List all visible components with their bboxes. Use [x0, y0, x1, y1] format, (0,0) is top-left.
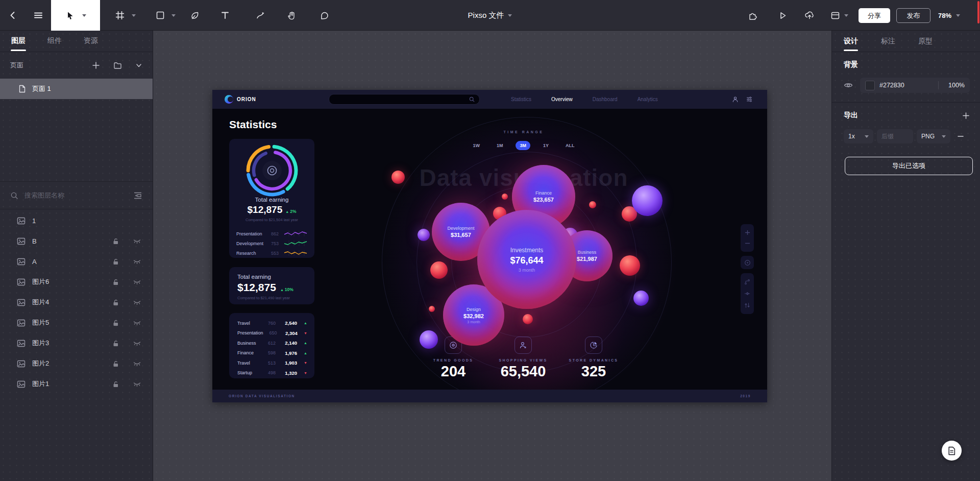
eye-closed-icon[interactable]	[133, 340, 141, 347]
export-format-select[interactable]: PNG	[917, 129, 950, 143]
background-section-title: 背景	[844, 60, 970, 69]
minus-icon	[745, 240, 750, 246]
image-layer-icon	[17, 278, 26, 286]
background-color-control[interactable]: #272830 100%	[860, 78, 970, 93]
category-table-card[interactable]: Travel 760 2,540 Presentation 650 2,304 …	[229, 313, 314, 378]
add-page-button[interactable]	[92, 61, 100, 69]
publish-button[interactable]: 发布	[896, 8, 930, 23]
design-frame[interactable]: ORION Statistics Overview Dashboard Anal…	[212, 90, 767, 402]
earning2-compare: Compared to $21,490 last year	[237, 296, 306, 300]
tab-layers[interactable]: 图层	[11, 36, 26, 46]
tab-design[interactable]: 设计	[844, 37, 858, 46]
plugins-button[interactable]	[746, 0, 759, 31]
tab-assets[interactable]: 资源	[84, 36, 98, 46]
layer-list: 1 B A 图片6	[0, 209, 153, 394]
export-scale-select[interactable]: 1x	[844, 129, 873, 143]
collapse-pages-button[interactable]	[135, 62, 142, 69]
tab-components[interactable]: 组件	[47, 36, 62, 46]
sparkline	[284, 250, 307, 256]
eye-closed-icon[interactable]	[133, 258, 141, 265]
time-tab-1w[interactable]: 1W	[469, 141, 484, 150]
unlock-icon[interactable]	[112, 340, 119, 347]
present-button[interactable]	[776, 0, 789, 31]
unlock-icon[interactable]	[112, 380, 119, 388]
remove-export-button[interactable]	[957, 133, 964, 140]
pages-label: 页面	[10, 61, 23, 70]
layer-row[interactable]: B	[0, 231, 153, 251]
image-layer-icon	[17, 360, 26, 368]
upload-button[interactable]	[803, 0, 816, 31]
kpi-value: 325	[550, 363, 637, 380]
decorative-sphere	[633, 291, 649, 306]
unlock-icon[interactable]	[112, 258, 119, 266]
eye-closed-icon[interactable]	[133, 380, 141, 388]
zoom-control[interactable]: 78%	[938, 0, 960, 31]
feedback-fab-button[interactable]	[942, 441, 962, 461]
decorative-sphere	[620, 255, 640, 276]
layer-row[interactable]: 图片4	[0, 292, 153, 312]
earning2-value: $12,875	[237, 281, 276, 294]
canvas[interactable]: ORION Statistics Overview Dashboard Anal…	[153, 31, 831, 481]
row-name: Travel	[237, 360, 261, 366]
layer-row[interactable]: 图片2	[0, 353, 153, 374]
layer-name: 图片3	[32, 339, 105, 348]
series-label: Presentation	[236, 231, 263, 236]
background-opacity-value[interactable]: 100%	[943, 82, 965, 89]
page-folder-button[interactable]	[113, 61, 122, 69]
time-tab-1y[interactable]: 1Y	[539, 141, 553, 150]
tab-annotate[interactable]: 标注	[881, 37, 895, 46]
cloud-upload-icon	[804, 10, 815, 20]
nav-dashboard: Dashboard	[593, 97, 618, 102]
trend-arrow-icon	[297, 341, 307, 345]
earning-card-2[interactable]: Total earning $12,875 10% Compared to $2…	[229, 267, 314, 304]
layer-row[interactable]: 图片6	[0, 272, 153, 292]
add-export-button[interactable]	[962, 112, 970, 119]
decorative-sphere	[589, 201, 596, 208]
unlock-icon[interactable]	[112, 278, 119, 286]
sparkline	[284, 230, 307, 237]
table-row: Finance 598 1,976	[237, 348, 307, 358]
search-icon	[469, 97, 475, 102]
export-settings-row: 1x PNG	[844, 129, 970, 143]
unlock-icon[interactable]	[112, 319, 119, 327]
eye-closed-icon[interactable]	[133, 360, 141, 367]
share-button[interactable]: 分享	[859, 8, 890, 23]
footer-year: 2019	[740, 394, 751, 398]
layout-panels-button[interactable]	[828, 0, 842, 31]
layer-search-input[interactable]	[24, 191, 127, 199]
background-hex-value[interactable]: #272830	[879, 82, 934, 89]
nav-analytics: Analytics	[638, 97, 658, 102]
unlock-icon[interactable]	[112, 237, 119, 245]
recording-indicator	[977, 1, 979, 23]
time-tab-1m[interactable]: 1M	[493, 141, 507, 150]
layer-row[interactable]: A	[0, 251, 153, 272]
layer-row[interactable]: 图片3	[0, 333, 153, 353]
eye-closed-icon[interactable]	[133, 319, 141, 326]
image-layer-icon	[17, 237, 26, 245]
tab-prototype[interactable]: 原型	[918, 37, 933, 46]
layer-row[interactable]: 图片5	[0, 312, 153, 333]
eye-closed-icon[interactable]	[133, 237, 141, 245]
locate-layer-icon[interactable]	[133, 191, 142, 200]
series-value: 753	[266, 241, 279, 246]
series-value: 553	[266, 251, 279, 256]
eye-open-icon[interactable]	[844, 82, 853, 89]
layer-row[interactable]: 图片1	[0, 374, 153, 394]
page-item-selected[interactable]: 页面 1	[0, 79, 153, 99]
bubble-investments[interactable]: Investments $76,644 3 month	[477, 210, 576, 309]
color-swatch[interactable]	[865, 81, 875, 90]
export-selected-button[interactable]: 导出已选项	[845, 157, 973, 175]
layer-row[interactable]: 1	[0, 210, 153, 231]
earning-card[interactable]: Total earning $12,875 2% Compared to $21…	[229, 139, 314, 258]
eye-closed-icon[interactable]	[133, 278, 141, 285]
decorative-sphere	[430, 261, 448, 279]
time-tab-3m[interactable]: 3M	[516, 141, 530, 150]
layout-caret[interactable]	[843, 0, 849, 31]
export-suffix-input[interactable]	[877, 129, 913, 143]
background-section: 背景 #272830 100%	[832, 52, 980, 103]
eye-closed-icon[interactable]	[133, 299, 141, 306]
unlock-icon[interactable]	[112, 299, 119, 306]
trend-arrow-icon	[297, 351, 307, 355]
unlock-icon[interactable]	[112, 360, 119, 368]
time-tab-all[interactable]: ALL	[561, 141, 579, 150]
